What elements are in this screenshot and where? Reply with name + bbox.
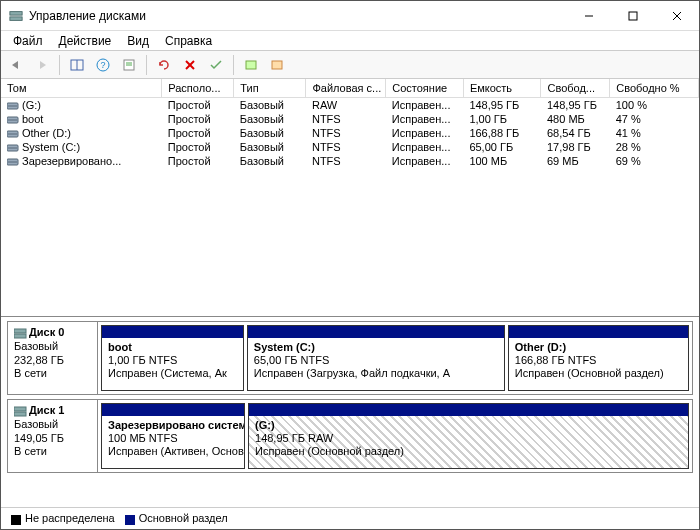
partition[interactable]: Other (D:)166,88 ГБ NTFSИсправен (Основн… xyxy=(508,325,689,391)
disk-info[interactable]: Диск 0Базовый232,88 ГБВ сети xyxy=(8,322,98,394)
menu-action[interactable]: Действие xyxy=(51,32,120,50)
volume-list-pane: ТомРасполо...ТипФайловая с...СостояниеЕм… xyxy=(1,79,699,317)
svg-rect-22 xyxy=(7,133,18,135)
refresh-icon[interactable] xyxy=(153,54,175,76)
partition-name: Other (D:) xyxy=(515,341,682,354)
toolbar-divider xyxy=(233,55,234,75)
cell: 41 % xyxy=(610,126,699,140)
volume-icon xyxy=(7,101,19,111)
toolbar: ? xyxy=(1,51,699,79)
legend-swatch-black xyxy=(11,515,21,525)
table-row[interactable]: (G:)ПростойБазовыйRAWИсправен...148,95 Г… xyxy=(1,98,699,113)
cell: 1,00 ГБ xyxy=(463,112,541,126)
back-button[interactable] xyxy=(5,54,27,76)
svg-rect-27 xyxy=(14,329,26,333)
svg-rect-24 xyxy=(7,147,18,149)
menu-view[interactable]: Вид xyxy=(119,32,157,50)
cell: Исправен... xyxy=(386,98,464,113)
disk-info[interactable]: Диск 1Базовый149,05 ГБВ сети xyxy=(8,400,98,472)
table-row[interactable]: System (C:)ПростойБазовыйNTFSИсправен...… xyxy=(1,140,699,154)
partition[interactable]: System (C:)65,00 ГБ NTFSИсправен (Загруз… xyxy=(247,325,505,391)
disk-graphical-pane: Диск 0Базовый232,88 ГБВ сетиboot1,00 ГБ … xyxy=(1,317,699,507)
apply-icon[interactable] xyxy=(205,54,227,76)
disk-icon xyxy=(14,405,27,417)
column-header-layout[interactable]: Располо... xyxy=(162,79,234,98)
disk-size: 149,05 ГБ xyxy=(14,432,91,446)
disk-state: В сети xyxy=(14,367,91,381)
column-header-capacity[interactable]: Емкость xyxy=(463,79,541,98)
cell: 166,88 ГБ xyxy=(463,126,541,140)
help-icon[interactable]: ? xyxy=(92,54,114,76)
cell: Базовый xyxy=(234,154,306,168)
table-row[interactable]: Other (D:)ПростойБазовыйNTFSИсправен...1… xyxy=(1,126,699,140)
cell: 68,54 ГБ xyxy=(541,126,610,140)
partition-size-fs: 1,00 ГБ NTFS xyxy=(108,354,177,366)
menu-file[interactable]: Файл xyxy=(5,32,51,50)
svg-text:?: ? xyxy=(100,60,105,70)
column-header-free_pct[interactable]: Свободно % xyxy=(610,79,699,98)
volume-table[interactable]: ТомРасполо...ТипФайловая с...СостояниеЕм… xyxy=(1,79,699,168)
legend-primary: Основной раздел xyxy=(125,512,228,524)
column-header-status[interactable]: Состояние xyxy=(386,79,464,98)
cell: NTFS xyxy=(306,154,386,168)
cell: 47 % xyxy=(610,112,699,126)
column-header-fs[interactable]: Файловая с... xyxy=(306,79,386,98)
cell: Базовый xyxy=(234,140,306,154)
volume-icon xyxy=(7,129,19,139)
volume-icon xyxy=(7,115,19,125)
close-button[interactable] xyxy=(655,1,699,31)
disk-type: Базовый xyxy=(14,340,91,354)
column-header-type[interactable]: Тип xyxy=(234,79,306,98)
action-icon-1[interactable] xyxy=(240,54,262,76)
view-list-icon[interactable] xyxy=(66,54,88,76)
cell: RAW xyxy=(306,98,386,113)
svg-rect-3 xyxy=(629,12,637,20)
cell: 100 % xyxy=(610,98,699,113)
menu-help[interactable]: Справка xyxy=(157,32,220,50)
action-icon-2[interactable] xyxy=(266,54,288,76)
partition-status: Исправен (Основной раздел) xyxy=(255,445,404,457)
svg-rect-28 xyxy=(14,334,26,338)
disk-size: 232,88 ГБ xyxy=(14,354,91,368)
cell: Исправен... xyxy=(386,140,464,154)
properties-icon[interactable] xyxy=(118,54,140,76)
toolbar-divider xyxy=(59,55,60,75)
legend: Не распределена Основной раздел xyxy=(1,507,699,529)
cell: 100 МБ xyxy=(463,154,541,168)
table-row[interactable]: bootПростойБазовыйNTFSИсправен...1,00 ГБ… xyxy=(1,112,699,126)
svg-rect-16 xyxy=(272,61,282,69)
cell: Базовый xyxy=(234,98,306,113)
svg-rect-30 xyxy=(14,412,26,416)
disk-icon xyxy=(14,327,27,339)
forward-button[interactable] xyxy=(31,54,53,76)
partition-header-bar xyxy=(249,404,688,416)
svg-rect-29 xyxy=(14,407,26,411)
partition-name: (G:) xyxy=(255,419,682,432)
partition-header-bar xyxy=(509,326,688,338)
cell: NTFS xyxy=(306,112,386,126)
delete-icon[interactable] xyxy=(179,54,201,76)
cell: System (C:) xyxy=(1,140,162,154)
partition-name: boot xyxy=(108,341,237,354)
table-row[interactable]: Зарезервировано...ПростойБазовыйNTFSИспр… xyxy=(1,154,699,168)
partition[interactable]: Зарезервировано системс100 МБ NTFSИсправ… xyxy=(101,403,245,469)
cell: 17,98 ГБ xyxy=(541,140,610,154)
partition-name: Зарезервировано системс xyxy=(108,419,238,432)
volume-icon xyxy=(7,157,19,167)
column-header-volume[interactable]: Том xyxy=(1,79,162,98)
partition[interactable]: (G:)148,95 ГБ RAWИсправен (Основной разд… xyxy=(248,403,689,469)
menubar: Файл Действие Вид Справка xyxy=(1,31,699,51)
cell: Исправен... xyxy=(386,126,464,140)
disk-row: Диск 1Базовый149,05 ГБВ сетиЗарезервиров… xyxy=(7,399,693,473)
minimize-button[interactable] xyxy=(567,1,611,31)
partition-size-fs: 148,95 ГБ RAW xyxy=(255,432,333,444)
cell: 69 МБ xyxy=(541,154,610,168)
maximize-button[interactable] xyxy=(611,1,655,31)
column-header-free[interactable]: Свобод... xyxy=(541,79,610,98)
svg-rect-20 xyxy=(7,119,18,121)
cell: 28 % xyxy=(610,140,699,154)
cell: Простой xyxy=(162,126,234,140)
svg-rect-26 xyxy=(7,161,18,163)
legend-swatch-navy xyxy=(125,515,135,525)
partition[interactable]: boot1,00 ГБ NTFSИсправен (Система, Ак xyxy=(101,325,244,391)
